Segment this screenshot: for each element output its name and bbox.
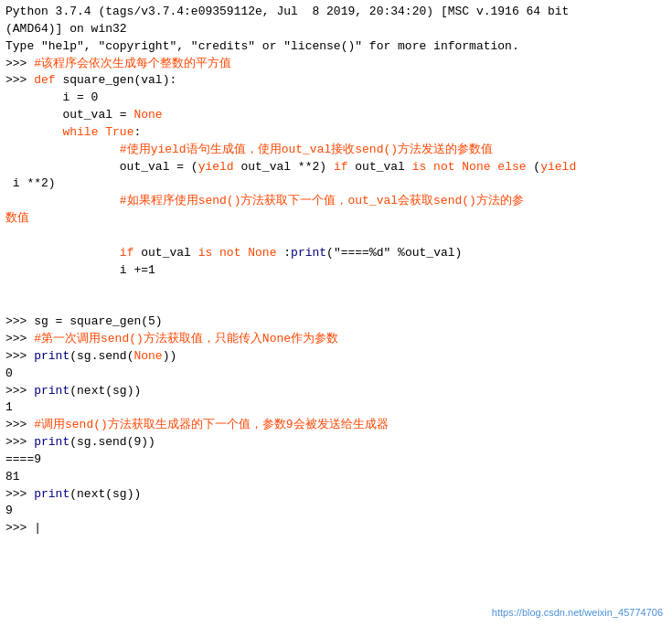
terminal-window: Python 3.7.4 (tags/v3.7.4:e09359112e, Ju… bbox=[0, 0, 672, 627]
line-14 bbox=[5, 228, 667, 245]
line-18 bbox=[5, 296, 667, 314]
watermark: https://blog.csdn.net/weixin_45774706 bbox=[492, 607, 663, 618]
line-8: while True: bbox=[5, 124, 667, 142]
line-31: >>> | bbox=[5, 520, 667, 537]
line-12: #如果程序使用send()方法获取下一个值，out_val会获取send()方法… bbox=[5, 193, 667, 210]
line-13: 数值 bbox=[5, 210, 667, 228]
line-7: out_val = None bbox=[5, 107, 667, 124]
line-26: >>> print(sg.send(9)) bbox=[5, 434, 667, 452]
line-17 bbox=[5, 280, 667, 297]
line-1: Python 3.7.4 (tags/v3.7.4:e09359112e, Ju… bbox=[5, 4, 667, 21]
line-10: out_val = (yield out_val **2) if out_val… bbox=[5, 159, 667, 176]
line-25: >>> #调用send()方法获取生成器的下一个值，参数9会被发送给生成器 bbox=[5, 417, 667, 434]
line-3: Type "help", "copyright", "credits" or "… bbox=[5, 38, 667, 56]
line-6: i = 0 bbox=[5, 90, 667, 107]
line-9: #使用yield语句生成值，使用out_val接收send()方法发送的参数值 bbox=[5, 142, 667, 159]
line-11: i **2) bbox=[5, 175, 667, 193]
line-23: >>> print(next(sg)) bbox=[5, 383, 667, 400]
line-15: if out_val is not None :print("====%d" %… bbox=[5, 245, 667, 262]
line-27: ====9 bbox=[5, 452, 667, 469]
line-30: 9 bbox=[5, 503, 667, 520]
line-2: (AMD64)] on win32 bbox=[5, 21, 667, 38]
line-19: >>> sg = square_gen(5) bbox=[5, 314, 667, 331]
line-24: 1 bbox=[5, 399, 667, 417]
line-5: >>> def square_gen(val): bbox=[5, 72, 667, 90]
line-29: >>> print(next(sg)) bbox=[5, 486, 667, 504]
line-21: >>> print(sg.send(None)) bbox=[5, 348, 667, 366]
line-20: >>> #第一次调用send()方法获取值，只能传入None作为参数 bbox=[5, 331, 667, 348]
line-22: 0 bbox=[5, 366, 667, 383]
line-4: >>> #该程序会依次生成每个整数的平方值 bbox=[5, 56, 667, 73]
line-28: 81 bbox=[5, 469, 667, 486]
line-16: i +=1 bbox=[5, 262, 667, 280]
